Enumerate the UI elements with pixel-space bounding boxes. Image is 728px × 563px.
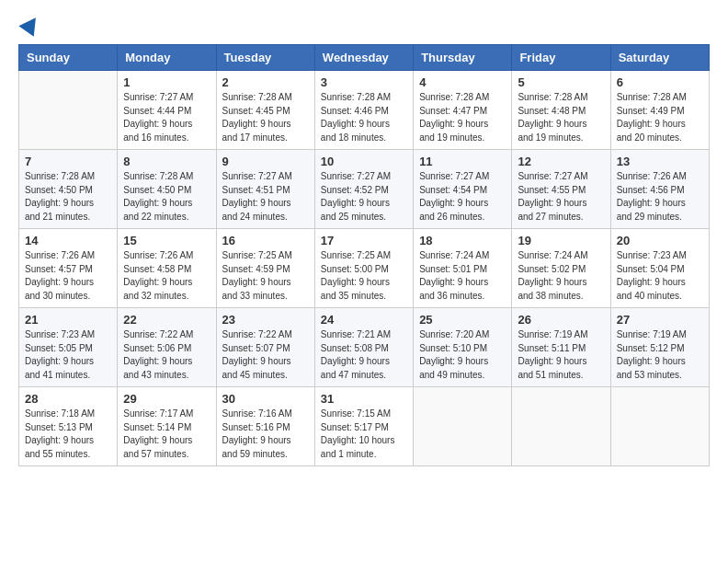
day-number: 12: [518, 155, 604, 168]
calendar-cell: 17Sunrise: 7:25 AM Sunset: 5:00 PM Dayli…: [314, 229, 413, 308]
day-info: Sunrise: 7:28 AM Sunset: 4:47 PM Dayligh…: [419, 91, 506, 144]
calendar-cell: [512, 387, 610, 466]
header-saturday: Saturday: [610, 45, 709, 71]
calendar-table: SundayMondayTuesdayWednesdayThursdayFrid…: [18, 44, 710, 466]
header-tuesday: Tuesday: [216, 45, 314, 71]
calendar-cell: 22Sunrise: 7:22 AM Sunset: 5:06 PM Dayli…: [118, 308, 216, 387]
day-info: Sunrise: 7:28 AM Sunset: 4:50 PM Dayligh…: [25, 170, 111, 224]
day-info: Sunrise: 7:28 AM Sunset: 4:46 PM Dayligh…: [321, 91, 407, 144]
calendar-cell: 7Sunrise: 7:28 AM Sunset: 4:50 PM Daylig…: [19, 150, 118, 229]
calendar-cell: 29Sunrise: 7:17 AM Sunset: 5:14 PM Dayli…: [118, 387, 216, 466]
calendar-cell: [19, 71, 118, 150]
calendar-cell: 18Sunrise: 7:24 AM Sunset: 5:01 PM Dayli…: [414, 229, 512, 308]
calendar-cell: 15Sunrise: 7:26 AM Sunset: 4:58 PM Dayli…: [118, 229, 216, 308]
calendar-cell: 31Sunrise: 7:15 AM Sunset: 5:17 PM Dayli…: [314, 387, 413, 466]
calendar-cell: 10Sunrise: 7:27 AM Sunset: 4:52 PM Dayli…: [314, 150, 413, 229]
day-number: 8: [123, 155, 210, 168]
calendar-week-3: 14Sunrise: 7:26 AM Sunset: 4:57 PM Dayli…: [19, 229, 710, 308]
day-info: Sunrise: 7:25 AM Sunset: 5:00 PM Dayligh…: [321, 249, 407, 303]
calendar-cell: 6Sunrise: 7:28 AM Sunset: 4:49 PM Daylig…: [610, 71, 709, 150]
calendar-cell: 20Sunrise: 7:23 AM Sunset: 5:04 PM Dayli…: [610, 229, 709, 308]
day-number: 29: [123, 392, 210, 406]
day-number: 9: [222, 155, 309, 168]
header-friday: Friday: [512, 45, 610, 71]
calendar-cell: 11Sunrise: 7:27 AM Sunset: 4:54 PM Dayli…: [414, 150, 512, 229]
day-info: Sunrise: 7:27 AM Sunset: 4:51 PM Dayligh…: [222, 170, 309, 224]
day-info: Sunrise: 7:27 AM Sunset: 4:44 PM Dayligh…: [123, 91, 210, 144]
calendar-cell: [610, 387, 709, 466]
calendar-cell: 28Sunrise: 7:18 AM Sunset: 5:13 PM Dayli…: [19, 387, 118, 466]
calendar-cell: 19Sunrise: 7:24 AM Sunset: 5:02 PM Dayli…: [512, 229, 610, 308]
calendar-cell: 1Sunrise: 7:27 AM Sunset: 4:44 PM Daylig…: [118, 71, 216, 150]
logo-icon: [18, 12, 43, 36]
day-info: Sunrise: 7:18 AM Sunset: 5:13 PM Dayligh…: [25, 408, 111, 461]
calendar-week-2: 7Sunrise: 7:28 AM Sunset: 4:50 PM Daylig…: [19, 150, 710, 229]
day-info: Sunrise: 7:23 AM Sunset: 5:05 PM Dayligh…: [25, 328, 111, 382]
day-number: 24: [321, 313, 407, 327]
page-header: [18, 18, 710, 35]
day-info: Sunrise: 7:28 AM Sunset: 4:45 PM Dayligh…: [222, 91, 309, 144]
calendar-cell: 25Sunrise: 7:20 AM Sunset: 5:10 PM Dayli…: [414, 308, 512, 387]
calendar-cell: 13Sunrise: 7:26 AM Sunset: 4:56 PM Dayli…: [610, 150, 709, 229]
header-wednesday: Wednesday: [314, 45, 413, 71]
calendar-cell: 24Sunrise: 7:21 AM Sunset: 5:08 PM Dayli…: [314, 308, 413, 387]
day-info: Sunrise: 7:17 AM Sunset: 5:14 PM Dayligh…: [123, 408, 210, 461]
calendar-header-row: SundayMondayTuesdayWednesdayThursdayFrid…: [19, 45, 710, 71]
day-info: Sunrise: 7:28 AM Sunset: 4:49 PM Dayligh…: [617, 91, 703, 144]
day-info: Sunrise: 7:27 AM Sunset: 4:52 PM Dayligh…: [321, 170, 407, 224]
day-info: Sunrise: 7:26 AM Sunset: 4:58 PM Dayligh…: [123, 249, 210, 303]
day-number: 28: [25, 392, 111, 406]
day-info: Sunrise: 7:24 AM Sunset: 5:02 PM Dayligh…: [518, 249, 604, 303]
day-number: 23: [222, 313, 309, 327]
day-number: 1: [123, 75, 210, 89]
day-number: 7: [25, 155, 111, 168]
day-number: 3: [321, 75, 407, 89]
day-info: Sunrise: 7:22 AM Sunset: 5:06 PM Dayligh…: [123, 328, 210, 382]
calendar-cell: 2Sunrise: 7:28 AM Sunset: 4:45 PM Daylig…: [216, 71, 314, 150]
calendar-cell: 9Sunrise: 7:27 AM Sunset: 4:51 PM Daylig…: [216, 150, 314, 229]
day-number: 14: [25, 234, 111, 247]
day-number: 6: [617, 75, 703, 89]
day-info: Sunrise: 7:15 AM Sunset: 5:17 PM Dayligh…: [321, 408, 407, 461]
calendar-cell: 30Sunrise: 7:16 AM Sunset: 5:16 PM Dayli…: [216, 387, 314, 466]
calendar-cell: 8Sunrise: 7:28 AM Sunset: 4:50 PM Daylig…: [118, 150, 216, 229]
day-number: 19: [518, 234, 604, 247]
calendar-week-1: 1Sunrise: 7:27 AM Sunset: 4:44 PM Daylig…: [19, 71, 710, 150]
calendar-week-4: 21Sunrise: 7:23 AM Sunset: 5:05 PM Dayli…: [19, 308, 710, 387]
day-number: 31: [321, 392, 407, 406]
day-info: Sunrise: 7:20 AM Sunset: 5:10 PM Dayligh…: [419, 328, 506, 382]
day-number: 30: [222, 392, 309, 406]
header-monday: Monday: [118, 45, 216, 71]
calendar-cell: 16Sunrise: 7:25 AM Sunset: 4:59 PM Dayli…: [216, 229, 314, 308]
calendar-cell: 21Sunrise: 7:23 AM Sunset: 5:05 PM Dayli…: [19, 308, 118, 387]
calendar-cell: 26Sunrise: 7:19 AM Sunset: 5:11 PM Dayli…: [512, 308, 610, 387]
day-info: Sunrise: 7:16 AM Sunset: 5:16 PM Dayligh…: [222, 408, 309, 461]
day-number: 17: [321, 234, 407, 247]
calendar-week-5: 28Sunrise: 7:18 AM Sunset: 5:13 PM Dayli…: [19, 387, 710, 466]
day-info: Sunrise: 7:28 AM Sunset: 4:48 PM Dayligh…: [518, 91, 604, 144]
day-number: 22: [123, 313, 210, 327]
calendar-cell: 12Sunrise: 7:27 AM Sunset: 4:55 PM Dayli…: [512, 150, 610, 229]
day-number: 16: [222, 234, 309, 247]
calendar-cell: 4Sunrise: 7:28 AM Sunset: 4:47 PM Daylig…: [414, 71, 512, 150]
calendar-cell: 3Sunrise: 7:28 AM Sunset: 4:46 PM Daylig…: [314, 71, 413, 150]
day-info: Sunrise: 7:21 AM Sunset: 5:08 PM Dayligh…: [321, 328, 407, 382]
day-info: Sunrise: 7:22 AM Sunset: 5:07 PM Dayligh…: [222, 328, 309, 382]
calendar-cell: 5Sunrise: 7:28 AM Sunset: 4:48 PM Daylig…: [512, 71, 610, 150]
calendar-cell: 27Sunrise: 7:19 AM Sunset: 5:12 PM Dayli…: [610, 308, 709, 387]
day-number: 21: [25, 313, 111, 327]
day-info: Sunrise: 7:23 AM Sunset: 5:04 PM Dayligh…: [617, 249, 703, 303]
day-info: Sunrise: 7:25 AM Sunset: 4:59 PM Dayligh…: [222, 249, 309, 303]
day-info: Sunrise: 7:26 AM Sunset: 4:56 PM Dayligh…: [617, 170, 703, 224]
day-info: Sunrise: 7:19 AM Sunset: 5:12 PM Dayligh…: [617, 328, 703, 382]
day-number: 18: [419, 234, 506, 247]
logo: [18, 18, 39, 35]
calendar-cell: 23Sunrise: 7:22 AM Sunset: 5:07 PM Dayli…: [216, 308, 314, 387]
calendar-cell: 14Sunrise: 7:26 AM Sunset: 4:57 PM Dayli…: [19, 229, 118, 308]
day-number: 20: [617, 234, 703, 247]
day-number: 25: [419, 313, 506, 327]
day-info: Sunrise: 7:24 AM Sunset: 5:01 PM Dayligh…: [419, 249, 506, 303]
calendar-cell: [414, 387, 512, 466]
day-info: Sunrise: 7:27 AM Sunset: 4:54 PM Dayligh…: [419, 170, 506, 224]
header-thursday: Thursday: [414, 45, 512, 71]
